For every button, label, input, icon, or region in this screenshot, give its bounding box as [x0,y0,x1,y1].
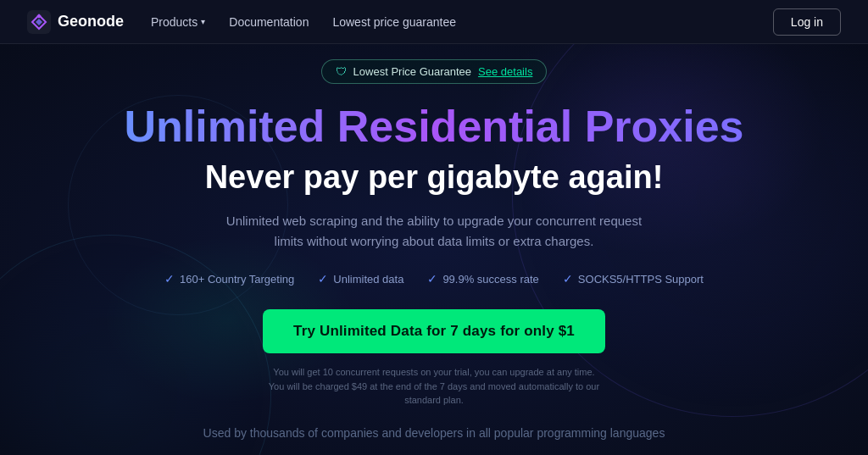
cta-disclaimer: You will get 10 concurrent requests on y… [264,365,604,408]
feature-unlimited-data: ✓ Unlimited data [318,272,403,286]
logo-icon [27,10,51,34]
navbar: Geonode Products ▾ Documentation Lowest … [0,0,868,44]
feature-label-4: SOCKS5/HTTPS Support [578,273,704,286]
badge-label: Lowest Price Guarantee [353,65,471,78]
logo[interactable]: Geonode [27,10,124,34]
badge-see-details-link[interactable]: See details [478,65,532,78]
feature-label-1: 160+ Country Targeting [180,273,294,286]
hero-title-white: Never pay per gigabyte again! [205,159,664,196]
shield-icon: 🛡 [336,65,347,78]
hero-content: 🛡 Lowest Price Guarantee See details Unl… [107,59,760,440]
bottom-text: Used by thousands of companies and devel… [203,426,665,440]
nav-products[interactable]: Products ▾ [151,15,205,29]
hero-subtitle: Unlimited web scraping and the ability t… [214,211,654,252]
hero-section: 🛡 Lowest Price Guarantee See details Unl… [0,44,868,455]
feature-label-3: 99.9% success rate [442,273,538,286]
price-guarantee-badge[interactable]: 🛡 Lowest Price Guarantee See details [321,59,548,84]
feature-success-rate: ✓ 99.9% success rate [427,272,538,286]
check-icon-1: ✓ [164,272,175,286]
feature-country-targeting: ✓ 160+ Country Targeting [164,272,294,286]
check-icon-3: ✓ [427,272,437,286]
chevron-down-icon: ▾ [201,17,205,26]
check-icon-2: ✓ [318,272,328,286]
features-row: ✓ 160+ Country Targeting ✓ Unlimited dat… [164,272,704,286]
feature-label-2: Unlimited data [333,273,403,286]
nav-documentation[interactable]: Documentation [229,15,309,29]
nav-lowest-price[interactable]: Lowest price guarantee [332,15,456,29]
nav-links: Products ▾ Documentation Lowest price gu… [151,15,773,29]
check-icon-4: ✓ [563,272,573,286]
hero-title-gradient: Unlimited Residential Proxies [124,103,743,151]
logo-text: Geonode [58,13,124,31]
login-button[interactable]: Log in [773,8,841,36]
cta-button[interactable]: Try Unlimited Data for 7 days for only $… [263,309,605,353]
feature-socks5: ✓ SOCKS5/HTTPS Support [563,272,704,286]
